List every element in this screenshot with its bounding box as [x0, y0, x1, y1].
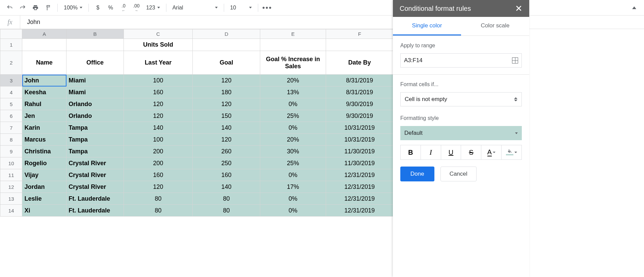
more-toolbar-button[interactable]: •••	[262, 2, 273, 14]
fill-color-button[interactable]	[502, 145, 522, 160]
cell-b11[interactable]: Crystal River	[66, 169, 124, 181]
cell-c2[interactable]: Last Year	[124, 51, 192, 75]
cell-e9[interactable]: 30%	[260, 146, 326, 157]
col-header-b[interactable]: B	[66, 29, 124, 39]
cell-e11[interactable]: 0%	[260, 169, 326, 181]
close-panel-button[interactable]: ✕	[515, 3, 522, 14]
cell-d9[interactable]: 260	[193, 146, 260, 157]
cell-c7[interactable]: 140	[124, 122, 192, 134]
cell-a7[interactable]: Karin	[22, 122, 66, 134]
row-header-12[interactable]: 12	[0, 181, 22, 193]
cell-d14[interactable]: 80	[193, 205, 260, 217]
cell-c8[interactable]: 100	[124, 134, 192, 146]
currency-button[interactable]: $	[92, 2, 104, 14]
cell-a14[interactable]: Xi	[22, 205, 66, 217]
bold-button[interactable]: B	[400, 145, 421, 160]
cell-c10[interactable]: 200	[124, 157, 192, 169]
cell-a11[interactable]: Vijay	[22, 169, 66, 181]
range-input[interactable]: A3:F14	[400, 53, 522, 68]
cell-b2[interactable]: Office	[66, 51, 124, 75]
cell-f11[interactable]: 12/31/2019	[326, 169, 393, 181]
cell-e2[interactable]: Goal % Increase in Sales	[260, 51, 326, 75]
row-header-5[interactable]: 5	[0, 98, 22, 110]
cell-d2[interactable]: Goal	[193, 51, 260, 75]
cell-e10[interactable]: 25%	[260, 157, 326, 169]
cell-e8[interactable]: 20%	[260, 134, 326, 146]
cell-f7[interactable]: 10/31/2019	[326, 122, 393, 134]
cell-a2[interactable]: Name	[22, 51, 66, 75]
print-button[interactable]	[30, 2, 41, 14]
row-header-2[interactable]: 2	[0, 51, 22, 75]
cell-e5[interactable]: 0%	[260, 98, 326, 110]
cell-b12[interactable]: Crystal River	[66, 181, 124, 193]
col-header-d[interactable]: D	[193, 29, 260, 39]
cell-d10[interactable]: 250	[193, 157, 260, 169]
condition-select[interactable]: Cell is not empty	[400, 92, 522, 106]
redo-button[interactable]	[17, 2, 28, 14]
tab-single-color[interactable]: Single color	[393, 17, 461, 35]
cell-f10[interactable]: 11/30/2019	[326, 157, 393, 169]
cell-d11[interactable]: 160	[193, 169, 260, 181]
tab-color-scale[interactable]: Color scale	[461, 17, 529, 35]
cell-a5[interactable]: Rahul	[22, 98, 66, 110]
row-header-1[interactable]: 1	[0, 39, 22, 51]
style-select[interactable]: Default	[400, 126, 522, 140]
percent-button[interactable]: %	[105, 2, 116, 14]
row-header-14[interactable]: 14	[0, 205, 22, 217]
row-header-10[interactable]: 10	[0, 157, 22, 169]
cell-f3[interactable]: 8/31/2019	[326, 75, 393, 86]
cell-c9[interactable]: 200	[124, 146, 192, 157]
cell-b9[interactable]: Tampa	[66, 146, 124, 157]
cell-b10[interactable]: Crystal River	[66, 157, 124, 169]
cell-d8[interactable]: 120	[193, 134, 260, 146]
cell-a6[interactable]: Jen	[22, 110, 66, 122]
cell-c5[interactable]: 120	[124, 98, 192, 110]
cell-d7[interactable]: 140	[193, 122, 260, 134]
row-header-8[interactable]: 8	[0, 134, 22, 146]
cell-d4[interactable]: 180	[193, 86, 260, 98]
cell-d6[interactable]: 150	[193, 110, 260, 122]
cell-b6[interactable]: Orlando	[66, 110, 124, 122]
cell-d13[interactable]: 80	[193, 193, 260, 205]
cell-a10[interactable]: Rogelio	[22, 157, 66, 169]
cell-b4[interactable]: Miami	[66, 86, 124, 98]
cell-f6[interactable]: 9/30/2019	[326, 110, 393, 122]
strikethrough-button[interactable]: S	[461, 145, 481, 160]
cell-b8[interactable]: Tampa	[66, 134, 124, 146]
cell-f9[interactable]: 11/30/2019	[326, 146, 393, 157]
cell-c13[interactable]: 80	[124, 193, 192, 205]
cell-f4[interactable]: 8/31/2019	[326, 86, 393, 98]
row-header-4[interactable]: 4	[0, 86, 22, 98]
font-dropdown[interactable]: Arial	[170, 2, 220, 14]
col-header-f[interactable]: F	[326, 29, 393, 39]
cell-b1[interactable]	[66, 39, 124, 51]
cell-d1[interactable]	[193, 39, 260, 51]
cell-f2[interactable]: Date By	[326, 51, 393, 75]
cell-b7[interactable]: Tampa	[66, 122, 124, 134]
cell-e13[interactable]: 0%	[260, 193, 326, 205]
cell-e4[interactable]: 13%	[260, 86, 326, 98]
cell-c11[interactable]: 160	[124, 169, 192, 181]
cell-e3[interactable]: 20%	[260, 75, 326, 86]
italic-button[interactable]: I	[421, 145, 441, 160]
cell-a8[interactable]: Marcus	[22, 134, 66, 146]
text-color-button[interactable]: A	[481, 145, 502, 160]
cell-c1[interactable]: Units Sold	[124, 39, 192, 51]
number-format-dropdown[interactable]: 123	[143, 2, 163, 14]
fontsize-dropdown[interactable]: 10	[227, 2, 254, 14]
done-button[interactable]: Done	[400, 167, 434, 181]
cell-b5[interactable]: Orlando	[66, 98, 124, 110]
paint-format-button[interactable]	[43, 2, 54, 14]
cell-a3[interactable]: John	[22, 75, 66, 86]
col-header-a[interactable]: A	[22, 29, 66, 39]
row-header-6[interactable]: 6	[0, 110, 22, 122]
cell-c6[interactable]: 120	[124, 110, 192, 122]
cell-f5[interactable]: 9/30/2019	[326, 98, 393, 110]
cell-f12[interactable]: 12/31/2019	[326, 181, 393, 193]
cell-b13[interactable]: Ft. Lauderdale	[66, 193, 124, 205]
cell-d5[interactable]: 120	[193, 98, 260, 110]
cell-c12[interactable]: 120	[124, 181, 192, 193]
cell-a12[interactable]: Jordan	[22, 181, 66, 193]
cell-e12[interactable]: 17%	[260, 181, 326, 193]
cell-f8[interactable]: 10/31/2019	[326, 134, 393, 146]
